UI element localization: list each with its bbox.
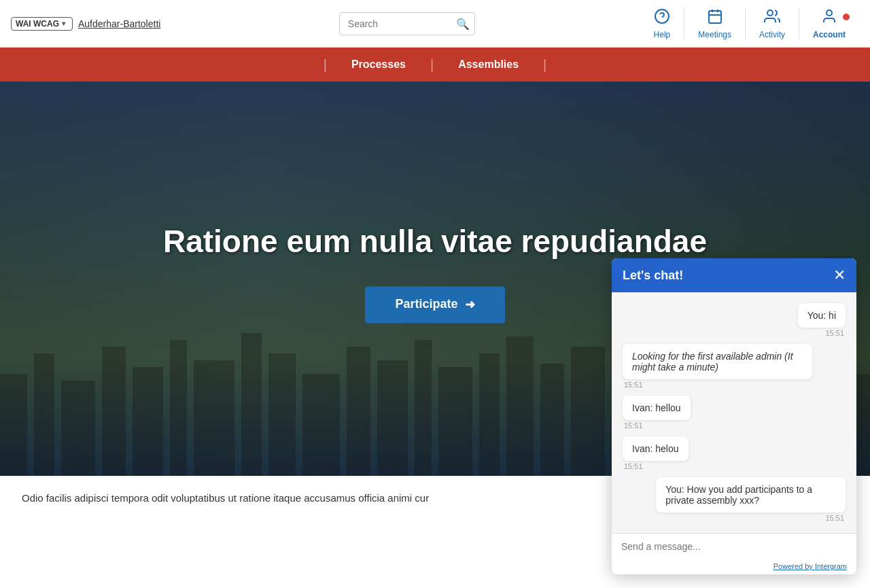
topbar-search: 🔍 (174, 12, 640, 35)
svg-rect-22 (479, 353, 500, 476)
svg-rect-24 (540, 364, 564, 476)
chat-messages: You: hi 15:51 Looking for the first avai… (612, 292, 856, 520)
chat-title: Let's chat! (623, 269, 683, 283)
wcag-badge[interactable]: WAI WCAG ▾ (11, 17, 73, 31)
svg-rect-16 (268, 353, 296, 476)
wcag-label: WAI WCAG (16, 19, 59, 29)
nav-label-meetings: Meetings (698, 30, 731, 39)
chat-time-2: 15:51 (623, 381, 644, 389)
nav-label-activity: Activity (759, 30, 785, 39)
chat-bubble-text-3: Ivan: hellou (632, 402, 681, 413)
activity-icon (764, 8, 780, 29)
nav-link-assemblies[interactable]: Assemblies (436, 58, 540, 71)
chat-message-5: You: How you add participants to a priva… (623, 477, 846, 520)
svg-rect-14 (194, 360, 234, 476)
svg-rect-10 (61, 381, 95, 476)
chat-time-3: 15:51 (623, 421, 644, 430)
nav-item-help[interactable]: Help (640, 8, 685, 39)
svg-rect-2 (709, 11, 721, 23)
search-input[interactable] (339, 12, 475, 35)
topbar: WAI WCAG ▾ Aufderhar-Bartoletti 🔍 Help M… (0, 0, 870, 48)
chat-bubble-text-5: You: How you add participants to a priva… (665, 484, 812, 506)
svg-rect-21 (438, 367, 472, 476)
chat-bubble-2: Looking for the first available admin (I… (623, 344, 812, 379)
nav-link-processes[interactable]: Processes (330, 58, 428, 71)
close-icon: ✕ (833, 266, 846, 283)
svg-point-7 (826, 10, 832, 16)
svg-rect-17 (302, 374, 340, 476)
svg-rect-25 (571, 347, 605, 476)
nav-divider-1: | (324, 57, 327, 73)
svg-rect-19 (377, 360, 408, 476)
nav-divider-2: | (430, 57, 434, 73)
nav-label-account: Account (813, 30, 846, 39)
chat-time-1: 15:51 (824, 329, 846, 337)
participate-label: Participate (395, 298, 457, 312)
notification-dot (843, 14, 850, 20)
red-navbar: | Processes | Assemblies | (0, 48, 870, 82)
chat-time-4: 15:51 (623, 462, 644, 470)
svg-rect-12 (133, 367, 163, 476)
chat-widget: Let's chat! ✕ You: hi 15:51 Looking for … (612, 258, 856, 520)
account-icon (821, 8, 837, 29)
search-icon[interactable]: 🔍 (456, 17, 470, 30)
participate-button[interactable]: Participate ➜ (365, 286, 504, 323)
nav-item-meetings[interactable]: Meetings (684, 8, 746, 39)
svg-rect-20 (415, 340, 432, 476)
chat-time-5: 15:51 (824, 514, 846, 520)
nav-item-activity[interactable]: Activity (746, 8, 799, 39)
svg-rect-11 (102, 347, 126, 476)
nav-item-account[interactable]: Account (799, 8, 859, 39)
svg-rect-15 (241, 333, 262, 476)
svg-rect-9 (34, 353, 54, 476)
help-icon (654, 8, 670, 29)
hero-title: Ratione eum nulla vitae repudiandae (87, 224, 783, 259)
wcag-chevron-icon: ▾ (62, 20, 65, 27)
topbar-left: WAI WCAG ▾ Aufderhar-Bartoletti (11, 17, 174, 31)
chat-bubble-text-4: Ivan: helou (632, 443, 679, 454)
chat-message-4: Ivan: helou 15:51 (623, 436, 846, 470)
chat-bubble-4: Ivan: helou (623, 436, 689, 461)
search-container: 🔍 (339, 12, 475, 35)
chat-bubble-text-1: You: hi (807, 310, 836, 321)
svg-rect-8 (0, 374, 27, 476)
chat-message-2: Looking for the first available admin (I… (623, 344, 846, 389)
chat-message-3: Ivan: hellou 15:51 (623, 396, 846, 430)
chat-message-1: You: hi 15:51 (623, 303, 846, 337)
chat-bubble-3: Ivan: hellou (623, 396, 691, 420)
chat-close-button[interactable]: ✕ (833, 268, 846, 283)
chat-bubble-1: You: hi (798, 303, 846, 328)
svg-rect-13 (170, 340, 187, 476)
meetings-icon (707, 8, 723, 29)
chat-header: Let's chat! ✕ (612, 258, 856, 292)
participate-icon: ➜ (465, 297, 475, 312)
svg-point-6 (767, 10, 773, 16)
chat-bubble-5: You: How you add participants to a priva… (656, 477, 846, 513)
svg-rect-18 (347, 347, 370, 476)
topbar-nav: Help Meetings Activity Account (640, 8, 859, 39)
chat-bubble-text-2: Looking for the first available admin (I… (632, 351, 793, 373)
org-name[interactable]: Aufderhar-Bartoletti (78, 18, 160, 29)
svg-rect-23 (506, 336, 534, 476)
nav-divider-3: | (543, 57, 546, 73)
nav-label-help: Help (654, 30, 671, 39)
